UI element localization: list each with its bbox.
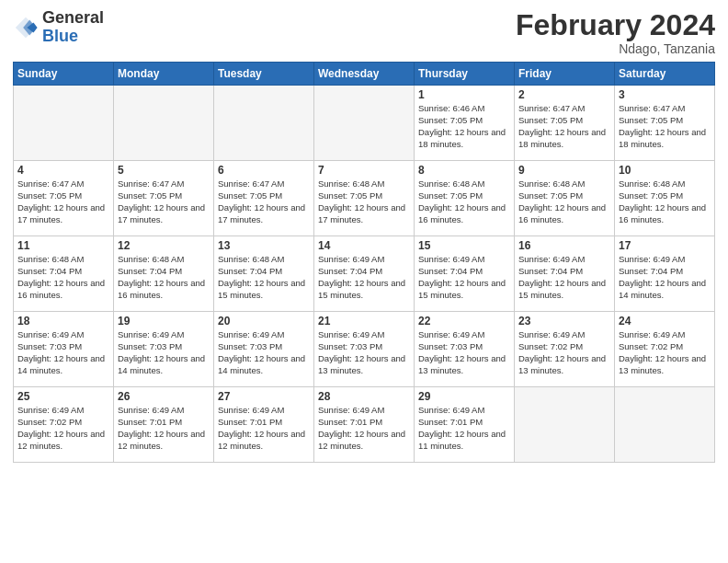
table-row xyxy=(314,86,415,161)
day-info: Sunrise: 6:49 AM Sunset: 7:01 PM Dayligh… xyxy=(418,405,510,452)
table-row: 1Sunrise: 6:46 AM Sunset: 7:05 PM Daylig… xyxy=(415,86,515,161)
table-row: 27Sunrise: 6:49 AM Sunset: 7:01 PM Dayli… xyxy=(214,387,314,463)
table-row xyxy=(114,86,214,161)
day-number: 9 xyxy=(518,164,610,177)
day-info: Sunrise: 6:49 AM Sunset: 7:02 PM Dayligh… xyxy=(17,405,109,452)
table-row: 6Sunrise: 6:47 AM Sunset: 7:05 PM Daylig… xyxy=(214,161,314,236)
table-row: 29Sunrise: 6:49 AM Sunset: 7:01 PM Dayli… xyxy=(415,387,515,463)
table-row: 8Sunrise: 6:48 AM Sunset: 7:05 PM Daylig… xyxy=(415,161,515,236)
calendar-header-row: Sunday Monday Tuesday Wednesday Thursday… xyxy=(14,63,715,86)
day-info: Sunrise: 6:48 AM Sunset: 7:04 PM Dayligh… xyxy=(218,254,310,301)
calendar-table: Sunday Monday Tuesday Wednesday Thursday… xyxy=(13,62,715,463)
day-number: 3 xyxy=(619,88,711,101)
day-number: 12 xyxy=(118,239,210,252)
logo-text: General Blue xyxy=(42,9,104,46)
day-number: 20 xyxy=(218,315,310,327)
page: General Blue February 2024 Ndago, Tanzan… xyxy=(0,0,728,563)
day-info: Sunrise: 6:49 AM Sunset: 7:04 PM Dayligh… xyxy=(518,254,610,301)
day-number: 26 xyxy=(118,390,210,403)
table-row: 28Sunrise: 6:49 AM Sunset: 7:01 PM Dayli… xyxy=(314,387,415,463)
day-info: Sunrise: 6:48 AM Sunset: 7:05 PM Dayligh… xyxy=(318,178,410,225)
table-row xyxy=(214,86,314,161)
day-info: Sunrise: 6:49 AM Sunset: 7:01 PM Dayligh… xyxy=(118,405,210,452)
day-number: 14 xyxy=(318,239,410,252)
table-row: 3Sunrise: 6:47 AM Sunset: 7:05 PM Daylig… xyxy=(615,86,715,161)
table-row xyxy=(615,387,715,463)
col-sunday: Sunday xyxy=(14,63,114,86)
day-info: Sunrise: 6:49 AM Sunset: 7:04 PM Dayligh… xyxy=(418,254,510,301)
day-number: 7 xyxy=(318,164,410,177)
day-info: Sunrise: 6:48 AM Sunset: 7:05 PM Dayligh… xyxy=(518,178,610,225)
table-row: 16Sunrise: 6:49 AM Sunset: 7:04 PM Dayli… xyxy=(515,236,615,312)
day-info: Sunrise: 6:49 AM Sunset: 7:03 PM Dayligh… xyxy=(318,329,410,376)
logo: General Blue xyxy=(13,9,104,46)
table-row: 4Sunrise: 6:47 AM Sunset: 7:05 PM Daylig… xyxy=(14,161,114,236)
table-row: 7Sunrise: 6:48 AM Sunset: 7:05 PM Daylig… xyxy=(314,161,415,236)
day-number: 16 xyxy=(518,239,610,252)
table-row: 17Sunrise: 6:49 AM Sunset: 7:04 PM Dayli… xyxy=(615,236,715,312)
table-row: 23Sunrise: 6:49 AM Sunset: 7:02 PM Dayli… xyxy=(515,312,615,387)
month-year-title: February 2024 xyxy=(516,9,715,41)
day-info: Sunrise: 6:47 AM Sunset: 7:05 PM Dayligh… xyxy=(118,178,210,225)
day-info: Sunrise: 6:46 AM Sunset: 7:05 PM Dayligh… xyxy=(418,103,510,150)
day-info: Sunrise: 6:49 AM Sunset: 7:03 PM Dayligh… xyxy=(17,329,109,376)
day-number: 17 xyxy=(619,239,711,252)
day-number: 10 xyxy=(619,164,711,177)
day-info: Sunrise: 6:49 AM Sunset: 7:03 PM Dayligh… xyxy=(218,329,310,376)
table-row: 10Sunrise: 6:48 AM Sunset: 7:05 PM Dayli… xyxy=(615,161,715,236)
day-info: Sunrise: 6:48 AM Sunset: 7:04 PM Dayligh… xyxy=(118,254,210,301)
day-info: Sunrise: 6:47 AM Sunset: 7:05 PM Dayligh… xyxy=(619,103,711,150)
col-thursday: Thursday xyxy=(415,63,515,86)
day-number: 22 xyxy=(418,315,510,327)
col-monday: Monday xyxy=(114,63,214,86)
table-row: 14Sunrise: 6:49 AM Sunset: 7:04 PM Dayli… xyxy=(314,236,415,312)
day-number: 19 xyxy=(118,315,210,327)
logo-blue-text: Blue xyxy=(42,28,104,46)
day-number: 21 xyxy=(318,315,410,327)
table-row: 2Sunrise: 6:47 AM Sunset: 7:05 PM Daylig… xyxy=(515,86,615,161)
day-number: 25 xyxy=(17,390,109,403)
table-row: 24Sunrise: 6:49 AM Sunset: 7:02 PM Dayli… xyxy=(615,312,715,387)
table-row: 20Sunrise: 6:49 AM Sunset: 7:03 PM Dayli… xyxy=(214,312,314,387)
day-number: 27 xyxy=(218,390,310,403)
table-row: 12Sunrise: 6:48 AM Sunset: 7:04 PM Dayli… xyxy=(114,236,214,312)
day-number: 18 xyxy=(17,315,109,327)
calendar-week-row: 11Sunrise: 6:48 AM Sunset: 7:04 PM Dayli… xyxy=(14,236,715,312)
calendar-week-row: 25Sunrise: 6:49 AM Sunset: 7:02 PM Dayli… xyxy=(14,387,715,463)
day-info: Sunrise: 6:48 AM Sunset: 7:04 PM Dayligh… xyxy=(17,254,109,301)
day-number: 11 xyxy=(17,239,109,252)
day-info: Sunrise: 6:47 AM Sunset: 7:05 PM Dayligh… xyxy=(518,103,610,150)
day-info: Sunrise: 6:49 AM Sunset: 7:02 PM Dayligh… xyxy=(619,329,711,376)
day-number: 8 xyxy=(418,164,510,177)
day-number: 2 xyxy=(518,88,610,101)
col-tuesday: Tuesday xyxy=(214,63,314,86)
day-number: 4 xyxy=(17,164,109,177)
day-info: Sunrise: 6:49 AM Sunset: 7:04 PM Dayligh… xyxy=(318,254,410,301)
day-info: Sunrise: 6:49 AM Sunset: 7:01 PM Dayligh… xyxy=(318,405,410,452)
col-friday: Friday xyxy=(515,63,615,86)
day-number: 23 xyxy=(518,315,610,327)
day-number: 24 xyxy=(619,315,711,327)
day-info: Sunrise: 6:48 AM Sunset: 7:05 PM Dayligh… xyxy=(418,178,510,225)
table-row: 19Sunrise: 6:49 AM Sunset: 7:03 PM Dayli… xyxy=(114,312,214,387)
table-row: 11Sunrise: 6:48 AM Sunset: 7:04 PM Dayli… xyxy=(14,236,114,312)
day-number: 15 xyxy=(418,239,510,252)
table-row: 15Sunrise: 6:49 AM Sunset: 7:04 PM Dayli… xyxy=(415,236,515,312)
day-info: Sunrise: 6:49 AM Sunset: 7:02 PM Dayligh… xyxy=(518,329,610,376)
day-number: 6 xyxy=(218,164,310,177)
table-row: 5Sunrise: 6:47 AM Sunset: 7:05 PM Daylig… xyxy=(114,161,214,236)
table-row xyxy=(14,86,114,161)
table-row: 18Sunrise: 6:49 AM Sunset: 7:03 PM Dayli… xyxy=(14,312,114,387)
day-number: 1 xyxy=(418,88,510,101)
day-number: 28 xyxy=(318,390,410,403)
calendar-week-row: 18Sunrise: 6:49 AM Sunset: 7:03 PM Dayli… xyxy=(14,312,715,387)
col-saturday: Saturday xyxy=(615,63,715,86)
day-number: 13 xyxy=(218,239,310,252)
table-row: 9Sunrise: 6:48 AM Sunset: 7:05 PM Daylig… xyxy=(515,161,615,236)
table-row xyxy=(515,387,615,463)
day-number: 5 xyxy=(118,164,210,177)
location-subtitle: Ndago, Tanzania xyxy=(516,41,715,56)
table-row: 21Sunrise: 6:49 AM Sunset: 7:03 PM Dayli… xyxy=(314,312,415,387)
col-wednesday: Wednesday xyxy=(314,63,415,86)
day-info: Sunrise: 6:49 AM Sunset: 7:03 PM Dayligh… xyxy=(118,329,210,376)
